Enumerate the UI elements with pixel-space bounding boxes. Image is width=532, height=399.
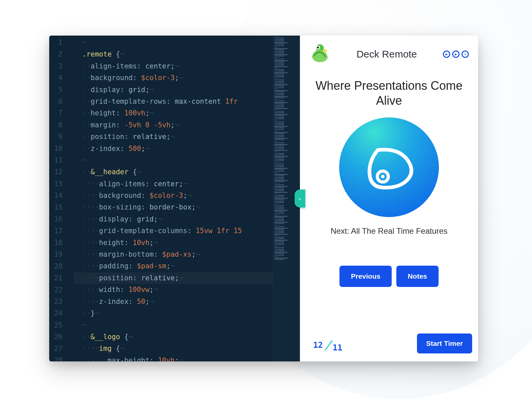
code-line[interactable]: ··background: $color-3;¬	[74, 72, 300, 84]
code-line[interactable]: ··position: relative;¬	[74, 131, 300, 143]
previous-button[interactable]: Previous	[339, 266, 392, 287]
notes-button[interactable]: Notes	[396, 266, 438, 287]
code-line[interactable]: ··grid-template-rows: max-content 1fr	[74, 96, 300, 107]
code-line[interactable]: ····display: grid;¬	[74, 213, 300, 225]
forward-icon[interactable]: ▸	[452, 51, 460, 58]
code-line[interactable]: ¬	[74, 155, 300, 166]
code-line[interactable]: ··display: grid;¬	[74, 84, 300, 96]
app-window: 1234567891011121314151617181920212223242…	[49, 36, 478, 361]
remote-footer: 12 / 11 Start Timer	[300, 333, 478, 361]
slide-visual	[300, 108, 478, 223]
code-line[interactable]: ····position: relative;¬	[74, 272, 300, 284]
play-icon	[362, 140, 417, 195]
slide-title: Where Presentations Come Alive	[300, 68, 478, 108]
code-line[interactable]: ····width: 100vw;¬	[74, 284, 300, 296]
next-slide-text: Next: All The Real Time Features	[300, 223, 478, 236]
code-line[interactable]: ····margin-bottom: $pad-xs;¬	[74, 249, 300, 260]
code-line[interactable]: ¬	[74, 37, 300, 49]
record-icon[interactable]: •	[462, 51, 469, 58]
code-line[interactable]: ··&__logo {¬	[74, 331, 300, 343]
code-line[interactable]: ··}¬	[74, 308, 300, 319]
svg-point-2	[317, 47, 319, 49]
remote-title: Deck Remote	[331, 49, 443, 60]
code-line[interactable]: ····padding: $pad-sm;¬	[74, 260, 300, 272]
start-timer-button[interactable]: Start Timer	[417, 333, 472, 353]
counter-total: 11	[333, 343, 342, 352]
code-line[interactable]: ··&__header {¬	[74, 166, 300, 178]
code-area[interactable]: ¬ .remote {¬ ··align-items: center;¬ ··b…	[68, 36, 300, 361]
line-number-gutter: 1234567891011121314151617181920212223242…	[49, 36, 68, 361]
code-editor-pane[interactable]: 1234567891011121314151617181920212223242…	[49, 36, 300, 361]
slide-orb	[339, 117, 439, 217]
svg-point-3	[324, 49, 327, 53]
chevron-left-icon: ‹	[298, 195, 302, 202]
app-logo	[309, 44, 331, 65]
code-line[interactable]: ··align-items: center;¬	[74, 61, 300, 72]
remote-header: Deck Remote ▸ ▸ •	[300, 36, 478, 68]
svg-point-5	[381, 175, 384, 178]
code-line[interactable]: ····background: $color-3;¬	[74, 190, 300, 201]
code-line[interactable]: ··margin: -5vh 0 -5vh;¬	[74, 119, 300, 131]
code-line[interactable]: ··height: 100vh;¬	[74, 107, 300, 119]
code-line[interactable]: .remote {¬	[74, 49, 300, 60]
code-line[interactable]: ······max-height: 10vh;¬	[74, 355, 300, 361]
deck-remote-pane: Deck Remote ▸ ▸ • Where Presentations Co…	[300, 36, 478, 361]
counter-current: 12	[313, 340, 323, 350]
code-line[interactable]: ····img {¬	[74, 343, 300, 354]
nav-button-row: Previous Notes	[300, 266, 478, 287]
code-line[interactable]: ¬	[74, 319, 300, 331]
code-line[interactable]: ····box-sizing: border-box;¬	[74, 201, 300, 213]
play-icon[interactable]: ▸	[443, 51, 450, 58]
header-action-icons: ▸ ▸ •	[443, 51, 469, 58]
code-line[interactable]: ····height: 10vh;¬	[74, 237, 300, 249]
code-line[interactable]: ····z-index: 50;¬	[74, 296, 300, 308]
code-line[interactable]: ····align-items: center;¬	[74, 178, 300, 190]
slide-counter: 12 / 11	[313, 337, 342, 350]
collapse-tab[interactable]: ‹	[295, 190, 305, 207]
code-line[interactable]: ····grid-template-columns: 15vw 1fr 15	[74, 225, 300, 237]
counter-slash: /	[324, 338, 332, 352]
code-line[interactable]: ··z-index: 500;¬	[74, 143, 300, 155]
